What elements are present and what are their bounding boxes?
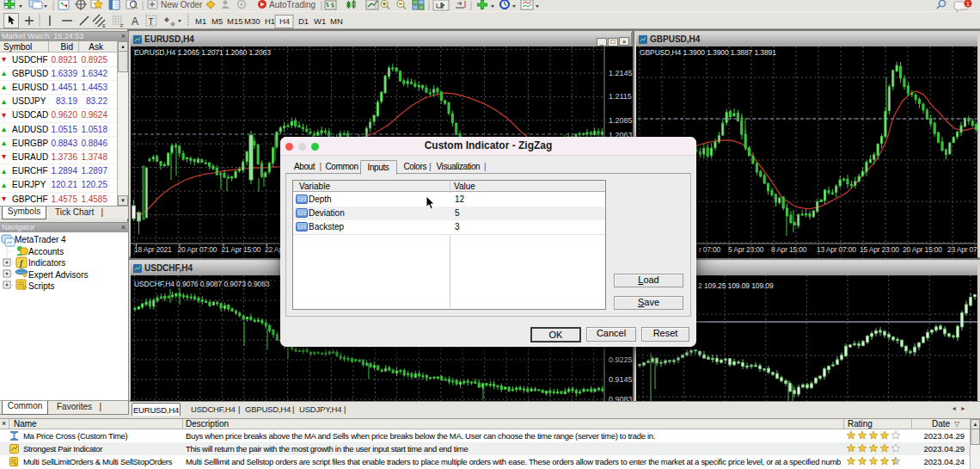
svg-text:H1: H1: [265, 16, 275, 26]
svg-text:F: F: [120, 23, 124, 28]
svg-text:D1: D1: [298, 16, 309, 26]
svg-text:21 Apr 15:00: 21 Apr 15:00: [222, 245, 261, 254]
svg-text:M30: M30: [244, 16, 260, 26]
svg-text:0.9225: 0.9225: [609, 355, 633, 364]
svg-text:1.2115: 1.2115: [609, 92, 632, 101]
svg-text:MN: MN: [330, 16, 343, 26]
svg-text:8 Apr 15:00: 8 Apr 15:00: [771, 245, 807, 254]
svg-text:r 07:00: r 07:00: [699, 245, 721, 254]
svg-text:AutoTrading: AutoTrading: [269, 0, 315, 9]
svg-text:E: E: [102, 23, 106, 28]
svg-text:M5: M5: [211, 16, 223, 26]
svg-text:M15: M15: [227, 16, 242, 26]
svg-text:0.9145: 0.9145: [609, 375, 633, 384]
svg-text:20 Apr 15:00: 20 Apr 15:00: [903, 245, 942, 254]
svg-text:13 Apr 07:00: 13 Apr 07:00: [817, 245, 856, 254]
svg-text:15 Apr 23:00: 15 Apr 23:00: [860, 245, 899, 254]
svg-text:USDCHF,H4 0.9076 0.9087 0.907: USDCHF,H4 0.9076 0.9087 0.9073 0.9083: [134, 280, 270, 288]
svg-text:W1: W1: [314, 16, 326, 26]
svg-text:20 Apr 07:00: 20 Apr 07:00: [178, 245, 217, 254]
svg-text:18 Apr 2021: 18 Apr 2021: [134, 245, 172, 254]
svg-text:H4: H4: [279, 16, 290, 26]
svg-text:5 Apr 23:00: 5 Apr 23:00: [728, 245, 764, 254]
svg-text:A: A: [132, 15, 138, 28]
svg-text:1.2145: 1.2145: [609, 69, 633, 77]
svg-text:1: 1: [966, 1, 970, 7]
svg-text:New Order: New Order: [161, 0, 203, 9]
svg-text:GBPUSD,H4 1.3900 1.3900 1.388: GBPUSD,H4 1.3900 1.3900 1.3887 1.3891: [640, 48, 776, 57]
svg-text:2 109.25 109.09 109.09: 2 109.25 109.09 109.09: [698, 281, 774, 290]
svg-text:EURUSD,H4 1.2065 1.2071 1.206: EURUSD,H4 1.2065 1.2071 1.2060 1.2063: [134, 48, 271, 57]
svg-text:T: T: [149, 17, 154, 27]
svg-text:M1: M1: [195, 16, 206, 26]
svg-text:1.2085: 1.2085: [609, 116, 633, 125]
svg-text:23 Apr 07:0: 23 Apr 07:0: [947, 245, 977, 254]
